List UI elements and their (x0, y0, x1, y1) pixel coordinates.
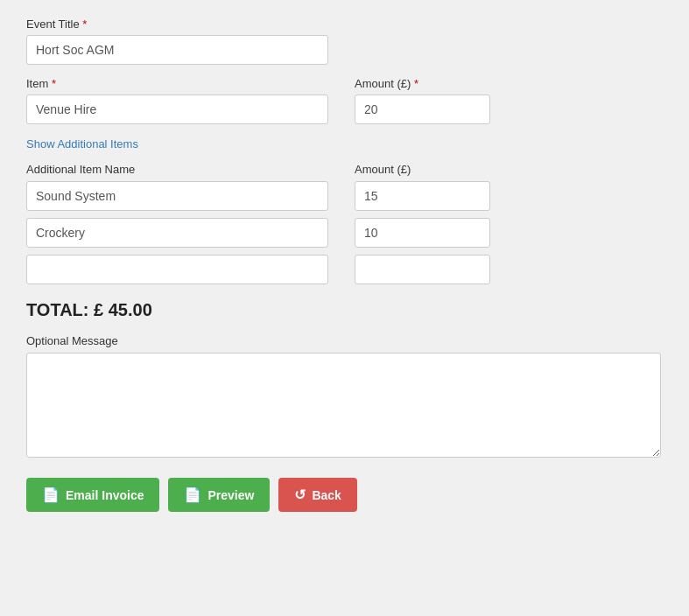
item-col: Item * (26, 77, 328, 124)
page-container: Event Title * Item * Amount (£) * (0, 0, 689, 616)
additional-amount-3[interactable] (355, 255, 490, 284)
optional-message-textarea[interactable] (26, 353, 661, 458)
back-button[interactable]: ↺ Back (278, 478, 356, 512)
preview-icon: 📄 (184, 486, 201, 503)
event-title-input[interactable] (26, 35, 328, 65)
additional-item-name-3[interactable] (26, 255, 328, 284)
additional-row-2 (26, 218, 663, 248)
additional-amount-header: Amount (£) (355, 163, 490, 176)
form-section: Event Title * Item * Amount (£) * (26, 18, 663, 512)
additional-item-name-1[interactable] (26, 181, 328, 211)
item-amount-row: Item * Amount (£) * (26, 77, 663, 124)
event-title-input-wrap (26, 35, 328, 65)
preview-button[interactable]: 📄 Preview (168, 478, 270, 512)
email-invoice-button[interactable]: 📄 Email Invoice (26, 478, 159, 512)
additional-headers: Additional Item Name Amount (£) (26, 163, 663, 176)
additional-row-1 (26, 181, 663, 211)
optional-message-label: Optional Message (26, 334, 663, 347)
event-title-label: Event Title * (26, 18, 663, 31)
additional-item-name-2[interactable] (26, 218, 328, 248)
amount-input[interactable] (355, 94, 490, 124)
amount-required-star: * (411, 77, 418, 90)
back-icon: ↺ (294, 486, 306, 503)
amount-label: Amount (£) * (355, 77, 490, 90)
item-required-star: * (48, 77, 56, 90)
item-label: Item * (26, 77, 328, 90)
amount-col: Amount (£) * (355, 77, 490, 124)
show-additional-link[interactable]: Show Additional Items (26, 137, 138, 150)
event-title-group: Event Title * (26, 18, 663, 65)
additional-amount-2[interactable] (355, 218, 490, 248)
item-input[interactable] (26, 94, 328, 124)
button-row: 📄 Email Invoice 📄 Preview ↺ Back (26, 478, 663, 512)
email-invoice-icon: 📄 (42, 486, 60, 503)
total-line: TOTAL: £ 45.00 (26, 300, 663, 320)
required-star: * (80, 18, 88, 31)
additional-item-name-header: Additional Item Name (26, 163, 328, 176)
additional-row-3 (26, 255, 663, 284)
optional-message-group: Optional Message (26, 334, 663, 460)
additional-amount-1[interactable] (355, 181, 490, 211)
